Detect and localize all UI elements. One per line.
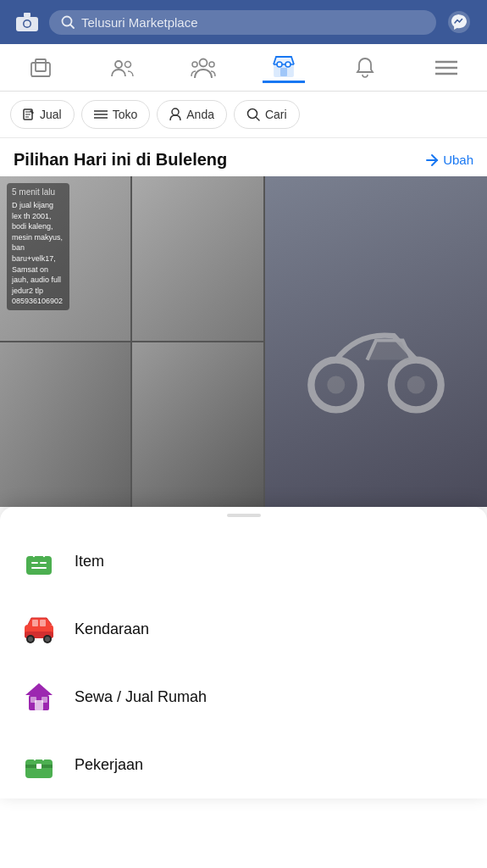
svg-point-33 — [327, 376, 345, 394]
svg-rect-47 — [30, 697, 36, 703]
nav-menu[interactable] — [425, 53, 468, 83]
sheet-item-item[interactable]: Item — [0, 527, 487, 595]
nav-notifications[interactable] — [344, 53, 386, 83]
sheet-pekerjaan-label: Pekerjaan — [75, 756, 143, 774]
img-cell-4 — [132, 342, 263, 507]
sheet-item-kendaraan[interactable]: Kendaraan — [0, 595, 487, 663]
img-cell-3 — [0, 342, 130, 507]
nav-icons — [0, 44, 487, 92]
svg-rect-8 — [36, 59, 46, 71]
img-main — [265, 176, 488, 507]
cari-label: Cari — [265, 108, 287, 121]
sheet-kendaraan-label: Kendaraan — [75, 620, 149, 638]
cari-button[interactable]: Cari — [234, 100, 300, 129]
svg-rect-48 — [42, 697, 47, 703]
svg-rect-16 — [280, 68, 287, 76]
toko-button[interactable]: Toko — [81, 100, 151, 129]
section-title: Pilihan Hari ini di Buleleng — [14, 150, 227, 170]
anda-button[interactable]: Anda — [157, 100, 227, 129]
svg-rect-7 — [31, 63, 50, 76]
ubah-button[interactable]: Ubah — [425, 153, 473, 167]
search-bar[interactable]: Telusuri Marketplace — [49, 10, 436, 35]
nav-marketplace[interactable] — [263, 53, 305, 83]
svg-rect-42 — [32, 620, 38, 626]
svg-point-10 — [115, 61, 122, 68]
svg-point-19 — [285, 62, 291, 67]
nav-people[interactable] — [101, 53, 143, 83]
sheet-item-label: Item — [75, 553, 104, 570]
svg-line-29 — [256, 117, 259, 120]
svg-point-18 — [277, 62, 282, 67]
section-header: Pilihan Hari ini di Buleleng Ubah — [0, 138, 487, 176]
action-buttons: Jual Toko Anda Cari — [0, 92, 487, 138]
messenger-icon[interactable] — [445, 8, 473, 36]
post-description: D jual kijang lex th 2001, bodi kaleng, … — [12, 200, 64, 307]
svg-marker-44 — [25, 683, 53, 695]
jual-label: Jual — [40, 108, 62, 121]
sheet-rumah-label: Sewa / Jual Rumah — [75, 688, 207, 706]
bag-icon — [20, 542, 58, 580]
car-icon — [20, 610, 58, 648]
image-grid-left: 5 menit lalu D jual kijang lex th 2001, … — [0, 176, 263, 507]
svg-rect-51 — [36, 764, 42, 769]
img-cell-2 — [132, 176, 263, 341]
jual-button[interactable]: Jual — [10, 100, 75, 129]
svg-point-13 — [192, 62, 197, 67]
svg-point-41 — [45, 637, 50, 642]
sheet-handle — [227, 514, 261, 517]
svg-point-2 — [25, 21, 30, 27]
svg-point-27 — [172, 108, 179, 115]
post-info: 5 menit lalu D jual kijang lex th 2001, … — [7, 183, 69, 310]
nav-home[interactable] — [19, 53, 62, 83]
toko-label: Toko — [113, 108, 138, 121]
svg-line-5 — [70, 25, 74, 28]
image-area: 5 menit lalu D jual kijang lex th 2001, … — [0, 176, 487, 507]
anda-label: Anda — [186, 108, 214, 121]
bottom-sheet: Item Kendaraan — [0, 507, 487, 798]
sheet-item-pekerjaan[interactable]: Pekerjaan — [0, 731, 487, 798]
search-placeholder: Telusuri Marketplace — [81, 15, 198, 30]
ubah-label: Ubah — [443, 153, 473, 167]
svg-rect-35 — [26, 556, 52, 575]
house-icon — [20, 678, 58, 715]
sheet-item-rumah[interactable]: Sewa / Jual Rumah — [0, 663, 487, 731]
camera-icon[interactable] — [14, 8, 41, 36]
nav-group[interactable] — [182, 53, 224, 83]
top-bar: Telusuri Marketplace — [0, 0, 487, 44]
svg-rect-3 — [24, 13, 30, 17]
svg-point-14 — [209, 62, 214, 67]
svg-point-34 — [407, 376, 425, 394]
svg-point-12 — [199, 58, 207, 66]
post-time: 5 menit lalu — [12, 186, 64, 198]
img-cell-1: 5 menit lalu D jual kijang lex th 2001, … — [0, 176, 130, 341]
svg-rect-43 — [40, 620, 46, 626]
svg-point-11 — [125, 61, 130, 67]
svg-point-39 — [28, 637, 33, 642]
briefcase-icon — [20, 746, 58, 783]
